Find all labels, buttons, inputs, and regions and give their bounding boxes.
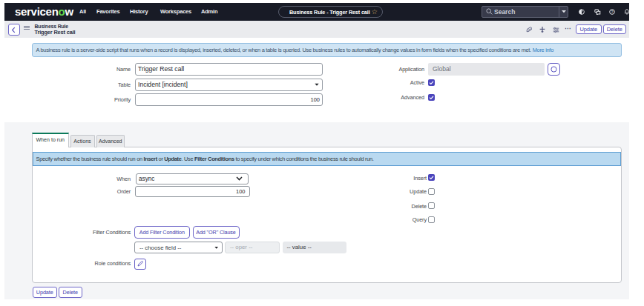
svg-text:?: ? — [611, 10, 614, 14]
